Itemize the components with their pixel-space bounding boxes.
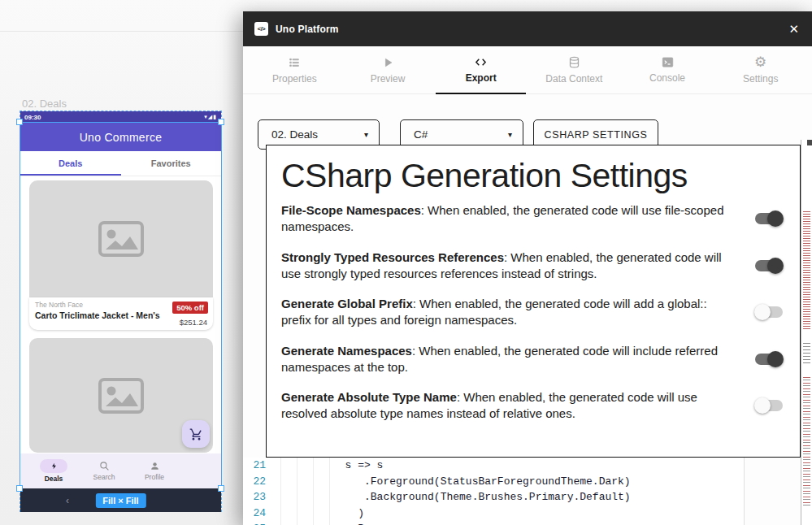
fill-size-badge[interactable]: Fill × Fill bbox=[95, 493, 145, 508]
code-line: 23 .Background(Theme.Brushes.Primary.Def… bbox=[243, 489, 744, 505]
setting-description: Generate Namespaces: When enabled, the g… bbox=[281, 343, 736, 375]
setting-row: Generate Namespaces: When enabled, the g… bbox=[281, 343, 784, 375]
editor-divider bbox=[744, 458, 745, 525]
cart-icon bbox=[189, 427, 203, 441]
cart-fab[interactable] bbox=[182, 420, 210, 448]
list-icon bbox=[287, 56, 302, 69]
nav-active-pill bbox=[40, 459, 67, 473]
code-editor[interactable]: 21 s => s22 .Foreground(StatusBarForegro… bbox=[243, 458, 744, 525]
nav-item-search[interactable]: Search bbox=[79, 453, 129, 488]
search-icon bbox=[99, 461, 110, 471]
profile-icon bbox=[150, 461, 160, 471]
setting-description: File-Scope Namespaces: When enabled, the… bbox=[281, 202, 736, 235]
toggle-switch[interactable] bbox=[754, 210, 784, 227]
csharp-settings-modal: CSharp Generation Settings File-Scope Na… bbox=[266, 145, 801, 458]
artboard-label: 02. Deals bbox=[22, 98, 67, 110]
gear-icon: ⚙ bbox=[754, 55, 766, 69]
setting-row: Strongly Typed Resources References: Whe… bbox=[281, 249, 784, 282]
code-icon bbox=[473, 56, 489, 68]
tab-export[interactable]: Export bbox=[434, 46, 528, 93]
minimap-content bbox=[803, 343, 810, 366]
setting-row: Generate Global Prefix: When enabled, th… bbox=[281, 296, 784, 328]
canvas-edge-line bbox=[0, 31, 244, 32]
tab-properties[interactable]: Properties bbox=[248, 46, 341, 93]
window-header: </> Uno Platform ✕ bbox=[243, 11, 812, 46]
toggle-switch[interactable] bbox=[754, 258, 784, 274]
setting-description: Generate Absolute Type Name: When enable… bbox=[281, 389, 736, 422]
uno-platform-window: </> Uno Platform ✕ Properties Preview Ex… bbox=[243, 11, 812, 525]
tab-console[interactable]: Console bbox=[621, 46, 714, 93]
minimap-content bbox=[803, 377, 810, 507]
phone-bottom-nav: Deals Search Profile bbox=[20, 453, 221, 488]
selection-handle-bottom-left[interactable] bbox=[16, 485, 23, 492]
setting-description: Generate Global Prefix: When enabled, th… bbox=[281, 296, 736, 328]
window-title: Uno Platform bbox=[276, 24, 339, 35]
close-icon[interactable]: ✕ bbox=[787, 22, 801, 37]
selection-handle-top-right[interactable] bbox=[218, 119, 224, 125]
modal-title: CSharp Generation Settings bbox=[281, 157, 784, 195]
setting-row: File-Scope Namespaces: When enabled, the… bbox=[281, 202, 784, 235]
setting-row: Generate Absolute Type Name: When enable… bbox=[281, 389, 784, 422]
toggle-switch[interactable] bbox=[754, 351, 784, 367]
minimap-content bbox=[803, 211, 810, 329]
code-line: 24 ) bbox=[243, 505, 744, 522]
chevron-down-icon: ▾ bbox=[364, 130, 368, 139]
console-icon bbox=[661, 56, 675, 68]
setting-description: Strongly Typed Resources References: Whe… bbox=[281, 249, 736, 282]
back-chevron-icon[interactable]: ‹ bbox=[66, 495, 69, 506]
nav-item-deals[interactable]: Deals bbox=[28, 453, 79, 488]
document-minimap[interactable] bbox=[801, 140, 812, 525]
selection-handle-top-left[interactable] bbox=[16, 119, 23, 125]
bolt-icon bbox=[50, 462, 58, 471]
selection-outline bbox=[20, 111, 222, 512]
tab-settings[interactable]: ⚙ Settings bbox=[714, 46, 807, 93]
code-line: 21 s => s bbox=[243, 458, 744, 474]
code-line: 22 .Foreground(StatusBarForegroundTheme.… bbox=[243, 474, 744, 490]
tab-preview[interactable]: Preview bbox=[341, 46, 435, 93]
chevron-down-icon: ▾ bbox=[508, 130, 512, 139]
tab-data-context[interactable]: Data Context bbox=[528, 46, 621, 93]
toggle-switch[interactable] bbox=[754, 397, 784, 414]
play-icon bbox=[382, 56, 394, 69]
nav-item-profile[interactable]: Profile bbox=[129, 453, 180, 488]
window-tab-bar: Properties Preview Export Data Context C… bbox=[243, 46, 812, 94]
toggle-switch[interactable] bbox=[754, 304, 784, 320]
database-icon bbox=[568, 55, 580, 69]
uno-logo-icon: </> bbox=[254, 22, 268, 36]
selection-handle-bottom-right[interactable] bbox=[218, 485, 224, 492]
minimap-scroll-thumb[interactable] bbox=[807, 140, 812, 145]
code-line: 25 Resources bbox=[243, 521, 744, 525]
canvas-toolbar: ‹ Fill × Fill bbox=[20, 488, 221, 512]
